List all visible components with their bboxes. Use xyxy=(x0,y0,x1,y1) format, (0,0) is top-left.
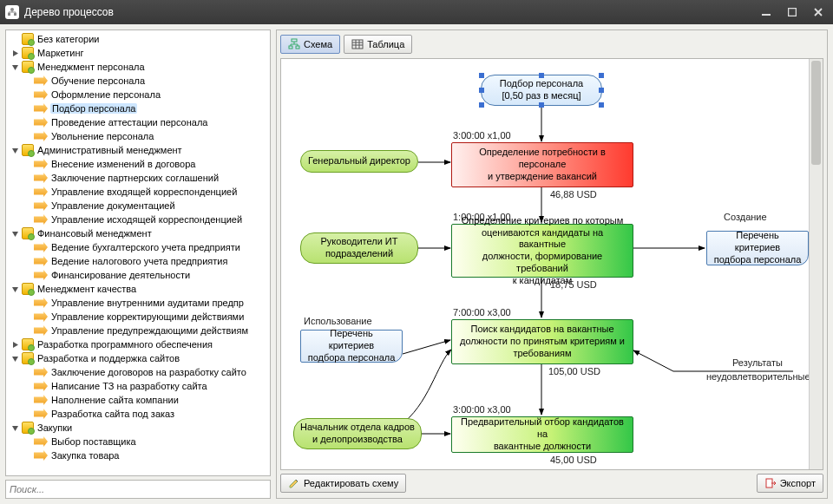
doc-criteria-out[interactable]: Перечень критериев подбора персонала xyxy=(706,231,809,265)
expand-icon[interactable] xyxy=(10,62,20,72)
tree-process[interactable]: Заключение партнерских соглашений xyxy=(6,171,270,185)
tree-item-label: Наполнение сайта компании xyxy=(50,395,180,405)
expand-icon[interactable] xyxy=(10,228,20,239)
category-icon xyxy=(22,422,34,434)
role-general-director[interactable]: Генеральный директор xyxy=(300,150,418,173)
tree-process[interactable]: Управление предупреждающими действиям xyxy=(6,324,270,337)
tree-category[interactable]: Финансовый менеджмент xyxy=(6,226,270,240)
process-icon xyxy=(34,298,48,308)
tree-process[interactable]: Написание ТЗ на разработку сайта xyxy=(6,379,270,393)
view-toolbar: Схема Таблица xyxy=(280,34,823,55)
start-node[interactable]: Подбор персонала [0,50 раз в месяц] xyxy=(481,75,602,106)
export-button[interactable]: Экспорт xyxy=(757,474,823,493)
tree-category[interactable]: Менеджмент качества xyxy=(6,282,270,296)
tab-scheme-label: Схема xyxy=(304,39,332,49)
process-icon xyxy=(34,173,48,183)
tree-item-label: Управление исходящей корреспонденцией xyxy=(50,214,243,225)
category-icon xyxy=(22,33,34,45)
tree-item-label: Увольнение персонала xyxy=(50,131,154,141)
task1[interactable]: Определение потребности в персонале и ут… xyxy=(451,142,633,187)
tree-process[interactable]: Финансирование деятельности xyxy=(6,268,270,282)
tree-item-label: Обучение персонала xyxy=(50,75,146,86)
tree-process[interactable]: Проведение аттестации персонала xyxy=(6,115,270,129)
task3[interactable]: Поиск кандидатов на вакантные должности … xyxy=(451,319,633,364)
tree-process[interactable]: Управление корректирующими действиями xyxy=(6,310,270,324)
task4[interactable]: Предварительный отбор кандидатов на вака… xyxy=(451,416,633,453)
svg-rect-6 xyxy=(289,46,292,49)
scheme-icon xyxy=(288,38,300,50)
tree-process[interactable]: Выбор поставщика xyxy=(6,435,270,448)
edit-scheme-button[interactable]: Редактировать схему xyxy=(280,474,406,493)
role-it-managers[interactable]: Руководители ИТ подразделений xyxy=(300,232,418,264)
task4-cost: 45,00 USD xyxy=(550,455,597,465)
tree-process[interactable]: Подбор персонала xyxy=(6,101,270,115)
svg-rect-2 xyxy=(14,13,16,16)
tree-process[interactable]: Разработка сайта под заказ xyxy=(6,407,270,421)
process-icon xyxy=(34,256,48,266)
tree-process[interactable]: Заключение договоров на разработку сайто xyxy=(6,365,270,379)
right-panel: Схема Таблица xyxy=(276,29,828,499)
tree-process[interactable]: Управление внутренними аудитами предпр xyxy=(6,296,270,310)
expand-icon[interactable] xyxy=(10,48,20,58)
tree-process[interactable]: Закупка товара xyxy=(6,448,270,462)
task2[interactable]: Определение критериев по которым оценива… xyxy=(451,224,633,278)
expand-icon[interactable] xyxy=(10,34,20,44)
expand-icon[interactable] xyxy=(10,339,20,350)
svg-rect-8 xyxy=(352,40,363,49)
tree-item-label: Разработка сайта под заказ xyxy=(50,409,175,419)
tree-process[interactable]: Внесение изменений в договора xyxy=(6,157,270,171)
tree-item-label: Заключение договоров на разработку сайто xyxy=(50,367,247,377)
tree-item-label: Менеджмент качества xyxy=(36,284,137,294)
process-icon xyxy=(34,103,48,114)
tree-category[interactable]: Разработка программного обеспечения xyxy=(6,337,270,351)
tab-table[interactable]: Таблица xyxy=(344,35,412,54)
tree-category[interactable]: Разработка и поддержка сайтов xyxy=(6,351,270,365)
process-icon xyxy=(34,242,48,252)
task2-cost: 18,75 USD xyxy=(550,279,597,290)
tree-process[interactable]: Обучение персонала xyxy=(6,74,270,88)
expand-icon[interactable] xyxy=(10,145,20,155)
expand-icon[interactable] xyxy=(10,353,20,363)
search-field[interactable] xyxy=(5,480,271,499)
expand-icon[interactable] xyxy=(10,422,20,433)
maximize-button[interactable] xyxy=(783,4,802,20)
process-icon xyxy=(34,450,48,461)
tree-category[interactable]: Административный менеджмент xyxy=(6,143,270,157)
tree-category[interactable]: Менеджмент персонала xyxy=(6,60,270,74)
left-panel: Без категорииМаркетингМенеджмент персона… xyxy=(5,29,271,499)
tree-item-label: Заключение партнерских соглашений xyxy=(50,173,220,183)
process-icon xyxy=(34,75,48,86)
titlebar[interactable]: Дерево процессов xyxy=(0,0,833,24)
process-icon xyxy=(34,325,48,336)
start-title: Подбор персонала xyxy=(500,78,583,90)
tree-item-label: Проведение аттестации персонала xyxy=(50,117,208,128)
minimize-button[interactable] xyxy=(757,4,776,20)
category-icon xyxy=(22,352,34,364)
tree-item-label: Закупки xyxy=(36,422,73,433)
tree-category[interactable]: Без категории xyxy=(6,32,270,46)
tree-process[interactable]: Управление документацией xyxy=(6,199,270,213)
bottom-toolbar: Редактировать схему Экспорт xyxy=(280,474,823,494)
tree-item-label: Оформление персонала xyxy=(50,89,161,100)
expand-icon[interactable] xyxy=(10,284,20,294)
tree-process[interactable]: Оформление персонала xyxy=(6,88,270,101)
tab-scheme[interactable]: Схема xyxy=(280,35,340,54)
role-hr-head[interactable]: Начальник отдела кадров и делопроизводст… xyxy=(293,418,422,449)
app-window: Дерево процессов Без категорииМаркетингМ… xyxy=(0,0,833,504)
tree-process[interactable]: Увольнение персонала xyxy=(6,129,270,143)
tree-process[interactable]: Наполнение сайта компании xyxy=(6,393,270,407)
process-tree[interactable]: Без категорииМаркетингМенеджмент персона… xyxy=(5,29,271,476)
tree-category[interactable]: Закупки xyxy=(6,421,270,435)
tree-process[interactable]: Ведение налогового учета предприятия xyxy=(6,254,270,268)
tree-process[interactable]: Управление входящей корреспонденцией xyxy=(6,185,270,199)
tree-process[interactable]: Ведение бухгалтерского учета предприяти xyxy=(6,240,270,254)
tree-process[interactable]: Управление исходящей корреспонденцией xyxy=(6,213,270,226)
doc-criteria-in[interactable]: Перечень критериев подбора персонала xyxy=(300,330,403,363)
search-input[interactable] xyxy=(10,484,266,494)
scrollbar-vertical[interactable] xyxy=(809,59,823,469)
close-button[interactable] xyxy=(809,4,828,20)
tree-category[interactable]: Маркетинг xyxy=(6,46,270,60)
process-icon xyxy=(34,395,48,405)
diagram-canvas[interactable]: Подбор персонала [0,50 раз в месяц] xyxy=(280,58,823,470)
category-icon xyxy=(22,61,34,73)
